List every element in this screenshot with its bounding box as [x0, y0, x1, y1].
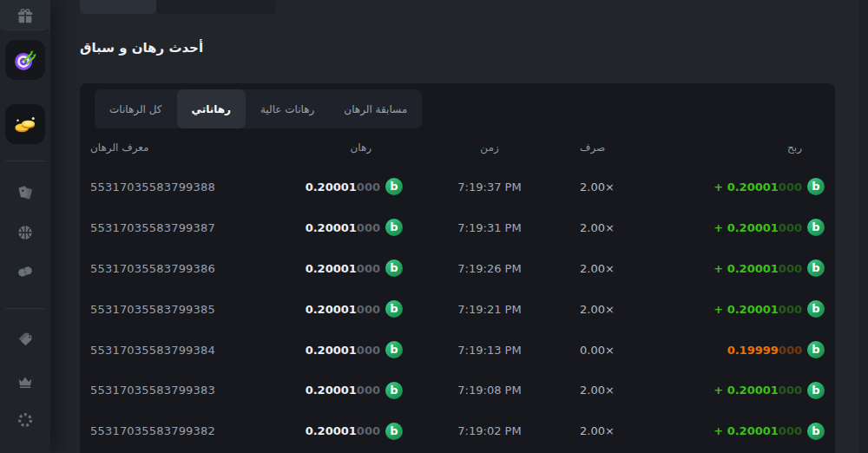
- coin-icon: b: [385, 382, 403, 399]
- coin-icon: b: [385, 341, 403, 358]
- main-content: أحدث رهان و سباق كل الرهانات رهاناتي رها…: [50, 0, 868, 453]
- bet-amount: 0.20001000b: [281, 259, 403, 277]
- bet-amount: 0.20001000b: [281, 300, 403, 318]
- table-row[interactable]: 553170355837993830.20001000b7:19:08 PM2.…: [80, 370, 835, 410]
- bet-time: 7:19:26 PM: [403, 262, 576, 275]
- bet-id: 55317035583799384: [90, 344, 281, 357]
- table-row[interactable]: 553170355837993850.20001000b7:19:21 PM2.…: [80, 289, 835, 330]
- coin-icon: b: [807, 219, 825, 236]
- bet-payout: 2.00×: [576, 262, 689, 275]
- bet-id: 55317035583799383: [90, 384, 281, 397]
- bet-time: 7:19:21 PM: [403, 303, 576, 316]
- bet-amount: 0.20001000b: [281, 178, 403, 195]
- sidebar-divider: [5, 161, 45, 161]
- coin-icon: b: [385, 219, 403, 236]
- tags-icon[interactable]: [16, 330, 35, 349]
- top-tab-partial[interactable]: [156, 0, 276, 14]
- tab-my-bets[interactable]: رهاناتي: [177, 89, 246, 128]
- playing-cards-icon[interactable]: [16, 183, 35, 202]
- bet-id: 55317035583799385: [90, 303, 281, 316]
- table-body: 553170355837993880.20001000b7:19:37 PM2.…: [80, 167, 835, 453]
- target-darts-icon[interactable]: [5, 40, 45, 80]
- header-payout: صرف: [576, 141, 689, 154]
- table-row[interactable]: 553170355837993840.20001000b7:19:13 PM0.…: [80, 330, 835, 371]
- table-row[interactable]: 553170355837993860.20001000b7:19:26 PM2.…: [80, 248, 835, 289]
- bet-profit: + 0.20001000b: [689, 300, 825, 318]
- bet-time: 7:19:37 PM: [403, 181, 576, 194]
- coin-icon: b: [385, 259, 403, 277]
- sidebar: [0, 0, 50, 453]
- coin-icon: b: [385, 423, 403, 440]
- coin-icon: b: [807, 382, 825, 399]
- bet-profit: + 0.20001000b: [689, 178, 825, 195]
- bet-amount: 0.20001000b: [281, 423, 403, 440]
- header-bet: رهان: [281, 141, 403, 154]
- tab-high-rollers[interactable]: رهانات عالية: [246, 89, 329, 128]
- table-row[interactable]: 553170355837993880.20001000b7:19:37 PM2.…: [80, 167, 835, 207]
- bet-time: 7:19:08 PM: [403, 384, 576, 397]
- header-time: زمن: [403, 141, 576, 154]
- header-profit: ربح: [689, 141, 825, 154]
- gold-coins-icon[interactable]: [5, 104, 45, 144]
- bet-profit: + 0.20001000b: [689, 259, 825, 277]
- bet-time: 7:19:13 PM: [403, 344, 576, 357]
- coin-icon: b: [807, 423, 825, 440]
- tab-bet-contest[interactable]: مسابقة الرهان: [329, 89, 422, 128]
- crown-icon[interactable]: [16, 372, 35, 391]
- coin-icon: b: [807, 259, 825, 277]
- table-header: معرف الرهان رهان زمن صرف ربح: [80, 128, 835, 167]
- bet-payout: 2.00×: [576, 181, 689, 194]
- bet-payout: 2.00×: [576, 384, 689, 397]
- bet-id: 55317035583799387: [90, 221, 281, 234]
- bet-id: 55317035583799382: [90, 424, 281, 437]
- coin-icon: b: [385, 300, 403, 318]
- gift-icon[interactable]: [16, 6, 35, 25]
- sidebar-divider: [5, 308, 45, 309]
- bet-payout: 0.00×: [576, 344, 689, 357]
- bet-id: 55317035583799388: [90, 181, 281, 194]
- coin-icon: b: [385, 178, 403, 195]
- scrollbar[interactable]: [859, 0, 868, 453]
- bet-profit: + 0.20001000b: [689, 423, 825, 440]
- bet-profit: + 0.20001000b: [689, 219, 825, 236]
- bet-payout: 2.00×: [576, 221, 689, 234]
- bet-amount: 0.20001000b: [281, 341, 403, 358]
- table-row[interactable]: 553170355837993870.20001000b7:19:31 PM2.…: [80, 207, 835, 248]
- bet-amount: 0.20001000b: [281, 382, 403, 399]
- bet-time: 7:19:02 PM: [403, 424, 576, 437]
- coin-icon: b: [807, 178, 825, 195]
- bet-time: 7:19:31 PM: [403, 221, 576, 234]
- sidebar-divider: [5, 30, 45, 30]
- coin-icon: b: [807, 300, 825, 318]
- basketball-icon[interactable]: [16, 223, 35, 242]
- tab-all-bets[interactable]: كل الرهانات: [95, 89, 177, 128]
- ticket-icon[interactable]: [16, 262, 35, 281]
- bet-profit: + 0.20001000b: [689, 382, 825, 399]
- bet-amount: 0.20001000b: [281, 219, 403, 236]
- header-bet-id: معرف الرهان: [90, 141, 281, 154]
- table-row[interactable]: 553170355837993820.20001000b7:19:02 PM2.…: [80, 410, 835, 451]
- latest-bets-panel: كل الرهانات رهاناتي رهانات عالية مسابقة …: [80, 83, 835, 453]
- bet-id: 55317035583799386: [90, 262, 281, 275]
- bet-payout: 2.00×: [576, 303, 689, 316]
- settings-icon[interactable]: [16, 410, 35, 430]
- top-tab-partial-active[interactable]: [80, 0, 156, 14]
- bet-payout: 2.00×: [576, 424, 689, 437]
- coin-icon: b: [807, 341, 825, 358]
- bet-profit: 0.19999000b: [689, 341, 825, 358]
- bets-tabbar: كل الرهانات رهاناتي رهانات عالية مسابقة …: [95, 89, 422, 128]
- page-title: أحدث رهان و سباق: [80, 40, 203, 56]
